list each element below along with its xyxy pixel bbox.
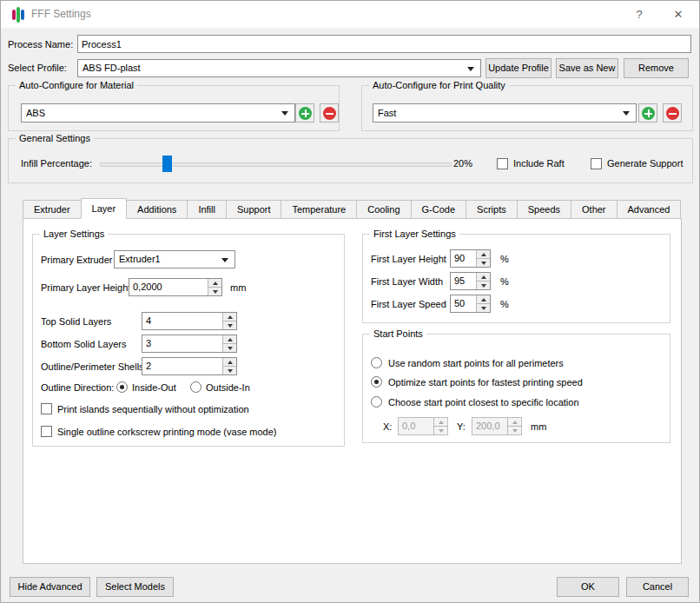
start-x-value: 0,0: [399, 418, 433, 434]
bottom-solid-layers-spinner[interactable]: 3: [142, 335, 237, 353]
perimeter-shells-value[interactable]: 2: [142, 358, 222, 374]
vase-mode-checkbox[interactable]: [41, 426, 52, 437]
first-layer-width-spinner[interactable]: 95: [450, 272, 491, 290]
tab-advanced[interactable]: Advanced: [617, 200, 682, 219]
print-islands-label: Print islands sequentially without optim…: [57, 402, 249, 416]
remove-quality-button[interactable]: [663, 103, 682, 123]
spin-down-icon[interactable]: [223, 344, 236, 352]
primary-layer-height-value[interactable]: 0,2000: [129, 279, 208, 295]
spin-up-icon[interactable]: [223, 358, 236, 367]
layer-settings-group: Layer Settings Primary Extruder Extruder…: [32, 234, 345, 447]
tab-additions[interactable]: Additions: [126, 200, 188, 219]
tab-scripts[interactable]: Scripts: [466, 200, 518, 219]
dropdown-arrow-icon: [467, 67, 474, 71]
start-y-value: 200,0: [472, 418, 507, 434]
tab-layer[interactable]: Layer: [81, 198, 128, 219]
spin-up-icon[interactable]: [477, 250, 490, 259]
cancel-button[interactable]: Cancel: [626, 577, 689, 597]
tab-other[interactable]: Other: [571, 200, 617, 219]
spin-down-icon[interactable]: [477, 304, 490, 312]
process-name-input[interactable]: [77, 35, 691, 53]
tab-cooling[interactable]: Cooling: [356, 200, 411, 219]
spin-down-icon[interactable]: [223, 367, 236, 374]
tab-speeds[interactable]: Speeds: [517, 200, 571, 219]
optimize-start-points-label: Optimize start points for fastest printi…: [388, 375, 583, 389]
close-icon[interactable]: ✕: [665, 1, 691, 28]
material-select[interactable]: ABS: [21, 103, 295, 123]
top-solid-layers-value[interactable]: 4: [142, 313, 222, 329]
infill-value: 20%: [453, 154, 472, 173]
spin-buttons: [208, 279, 221, 295]
save-as-new-button[interactable]: Save as New: [556, 58, 618, 78]
spin-down-icon[interactable]: [477, 259, 490, 267]
tab-extruder[interactable]: Extruder: [23, 200, 82, 219]
generate-support-checkbox[interactable]: [591, 158, 602, 169]
spin-buttons: [222, 358, 236, 374]
primary-extruder-select[interactable]: Extruder1: [114, 250, 235, 268]
first-layer-speed-spinner[interactable]: 50: [450, 295, 491, 313]
spin-up-icon[interactable]: [208, 279, 221, 288]
slider-handle[interactable]: [162, 156, 172, 172]
bottom-solid-layers-label: Bottom Solid Layers: [41, 335, 126, 354]
auto-material-group: Auto-Configure for Material ABS: [8, 85, 340, 131]
select-models-button[interactable]: Select Models: [96, 577, 174, 597]
spin-up-icon[interactable]: [477, 295, 490, 304]
remove-material-button[interactable]: [320, 103, 339, 123]
settings-tab-bar: Extruder Layer Additions Infill Support …: [23, 198, 680, 219]
bottom-solid-layers-value[interactable]: 3: [142, 335, 222, 352]
spin-up-icon[interactable]: [223, 313, 236, 321]
vase-mode-label: Single outline corkscrew printing mode (…: [57, 425, 277, 439]
primary-layer-height-unit: mm: [230, 279, 246, 297]
start-x-label: X:: [383, 418, 392, 436]
spin-down-icon[interactable]: [477, 282, 490, 289]
tab-support[interactable]: Support: [226, 200, 282, 219]
primary-layer-height-spinner[interactable]: 0,2000: [129, 278, 222, 296]
tab-gcode[interactable]: G-Code: [411, 200, 467, 219]
first-layer-settings-title: First Layer Settings: [370, 228, 459, 240]
profile-select-value: ABS FD-plast: [83, 63, 141, 73]
generate-support-label: Generate Support: [607, 154, 683, 173]
spin-down-icon[interactable]: [223, 321, 236, 329]
first-layer-settings-group: First Layer Settings First Layer Height …: [362, 234, 670, 323]
first-layer-height-spinner[interactable]: 90: [450, 249, 491, 268]
general-settings-group: General Settings Infill Percentage: 20% …: [8, 138, 693, 183]
spin-up-icon[interactable]: [223, 335, 236, 344]
first-layer-speed-value[interactable]: 50: [451, 295, 476, 312]
fff-settings-dialog: FFF Settings ? ✕ Process Name: Select Pr…: [0, 0, 700, 603]
spin-up-icon[interactable]: [477, 273, 490, 282]
add-material-button[interactable]: [295, 103, 314, 123]
hide-advanced-button[interactable]: Hide Advanced: [10, 577, 90, 597]
quality-select[interactable]: Fast: [373, 103, 637, 123]
remove-profile-button[interactable]: Remove: [624, 58, 689, 78]
help-icon[interactable]: ?: [626, 1, 652, 28]
include-raft-checkbox[interactable]: [497, 158, 508, 169]
tab-temperature[interactable]: Temperature: [281, 200, 357, 219]
spin-up-icon: [508, 418, 521, 427]
first-layer-height-value[interactable]: 90: [451, 250, 476, 267]
first-layer-speed-label: First Layer Speed: [371, 295, 446, 314]
profile-select[interactable]: ABS FD-plast: [77, 59, 481, 77]
slider-track[interactable]: [100, 162, 452, 167]
spin-down-icon[interactable]: [208, 288, 221, 295]
infill-slider[interactable]: [100, 156, 452, 174]
print-islands-checkbox[interactable]: [41, 403, 52, 414]
spin-buttons: [476, 273, 490, 289]
general-settings-title: General Settings: [16, 132, 94, 144]
tab-infill[interactable]: Infill: [187, 200, 227, 219]
update-profile-button[interactable]: Update Profile: [485, 58, 551, 78]
add-quality-button[interactable]: [638, 103, 657, 123]
closest-start-point-radio[interactable]: [371, 396, 382, 408]
layer-tab-panel: Layer Settings Primary Extruder Extruder…: [23, 218, 682, 564]
top-solid-layers-spinner[interactable]: 4: [142, 312, 237, 330]
ok-button[interactable]: OK: [557, 577, 619, 597]
optimize-start-points-radio[interactable]: [371, 376, 382, 388]
start-y-label: Y:: [457, 418, 466, 436]
first-layer-width-value[interactable]: 95: [451, 273, 476, 289]
random-start-points-radio[interactable]: [371, 357, 382, 368]
inside-out-radio[interactable]: [116, 381, 128, 393]
perimeter-shells-spinner[interactable]: 2: [142, 357, 237, 375]
top-solid-layers-label: Top Solid Layers: [41, 313, 111, 331]
spin-buttons: [507, 418, 521, 434]
outside-in-radio[interactable]: [190, 381, 201, 393]
primary-layer-height-label: Primary Layer Height: [41, 279, 130, 297]
